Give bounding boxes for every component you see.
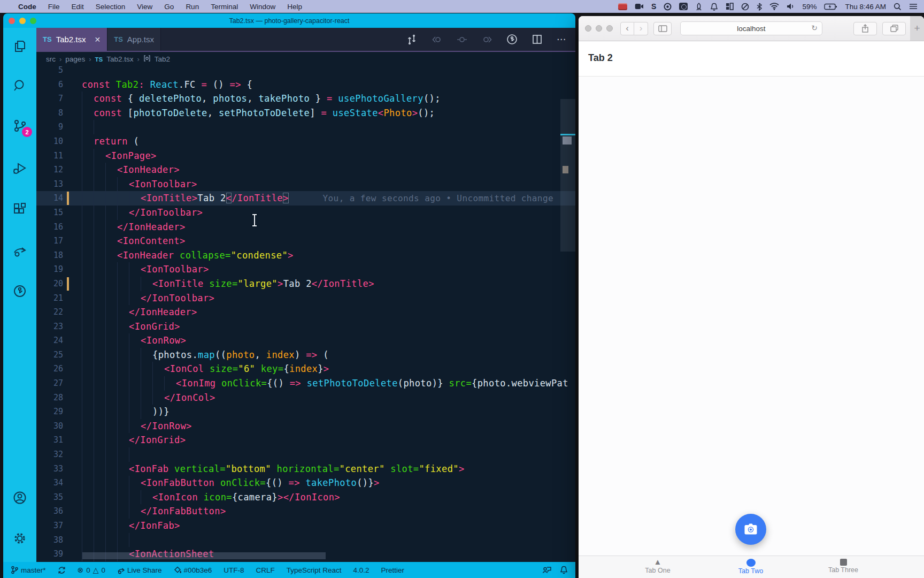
code-line-23[interactable]: 23<IonGrid> — [36, 320, 575, 334]
code-line-31[interactable]: 31</IonGrid> — [36, 433, 575, 447]
code-line-11[interactable]: 11<IonPage> — [36, 149, 575, 163]
menu-code[interactable]: Code — [18, 3, 36, 11]
bluetooth-icon[interactable] — [757, 2, 762, 11]
menu-file[interactable]: File — [48, 3, 60, 11]
nav-forward-icon[interactable] — [481, 34, 492, 45]
code-line-21[interactable]: 21</IonToolbar> — [36, 291, 575, 306]
tab-close-icon[interactable]: ✕ — [95, 35, 101, 44]
code-line-8[interactable]: 8const [photoToDelete, setPhotoToDelete]… — [36, 106, 575, 120]
eol-indicator[interactable]: CRLF — [256, 566, 274, 574]
menu-run[interactable]: Run — [186, 3, 199, 11]
share-icon[interactable] — [853, 22, 877, 35]
sidebar-toggle-icon[interactable] — [653, 22, 672, 35]
problems-indicator[interactable]: ⊗0 △0 — [78, 566, 106, 574]
menu-view[interactable]: View — [137, 3, 152, 11]
zoom-window-button[interactable] — [30, 18, 36, 24]
feedback-icon[interactable] — [542, 566, 551, 574]
gitlens-compare-icon[interactable] — [506, 34, 518, 45]
volume-icon[interactable] — [787, 2, 795, 11]
address-bar[interactable]: localhost ↻ — [680, 21, 822, 35]
control-center-icon[interactable] — [909, 2, 918, 11]
rocket-icon[interactable] — [695, 2, 703, 11]
tab-three-button[interactable]: Tab Three — [811, 558, 875, 574]
video-camera-icon[interactable] — [635, 2, 644, 11]
code-line-27[interactable]: 27<IonImg onClick={() => setPhotoToDelet… — [36, 376, 575, 391]
s-app-icon[interactable]: S — [651, 2, 656, 11]
code-line-35[interactable]: 35<IonIcon icon={camera}></IonIcon> — [36, 490, 575, 505]
code-line-6[interactable]: 6const Tab2: React.FC = () => { — [36, 78, 575, 92]
camera-fab-button[interactable] — [735, 514, 766, 545]
menu-go[interactable]: Go — [164, 3, 174, 11]
code-line-20[interactable]: 20<IonTitle size="large">Tab 2</IonTitle… — [36, 277, 575, 291]
code-line-26[interactable]: 26<IonCol size="6" key={index}> — [36, 362, 575, 376]
minimize-window-button[interactable] — [596, 25, 602, 32]
code-line-24[interactable]: 24<IonRow> — [36, 333, 575, 348]
split-editor-icon[interactable] — [532, 34, 543, 45]
settings-gear-icon[interactable] — [11, 530, 28, 547]
code-line-19[interactable]: 19<IonToolbar> — [36, 262, 575, 277]
menu-selection[interactable]: Selection — [96, 3, 126, 11]
tab-one-button[interactable]: ▲ Tab One — [626, 558, 690, 574]
code-line-9[interactable]: 9 — [36, 120, 575, 134]
code-line-38[interactable]: 38 — [36, 533, 575, 547]
menu-help[interactable]: Help — [287, 3, 302, 11]
gitlens-icon[interactable] — [11, 283, 28, 300]
open-changes-icon[interactable] — [406, 34, 417, 45]
zoom-window-button[interactable] — [606, 25, 613, 32]
code-line-12[interactable]: 12<IonHeader> — [36, 163, 575, 177]
spotlight-search-icon[interactable] — [894, 2, 902, 11]
nav-back-icon[interactable] — [431, 34, 442, 45]
wifi-icon[interactable] — [769, 2, 779, 11]
slash-circle-icon[interactable] — [741, 2, 749, 11]
forward-button[interactable]: › — [634, 22, 648, 35]
code-line-32[interactable]: 32 — [36, 447, 575, 462]
breadcrumb-pages[interactable]: pages — [65, 55, 85, 63]
code-line-16[interactable]: 16</IonHeader> — [36, 220, 575, 234]
code-line-18[interactable]: 18<IonHeader collapse="condense"> — [36, 248, 575, 263]
film-icon[interactable] — [618, 2, 627, 11]
vertical-scrollbar[interactable] — [560, 99, 575, 252]
formatter-indicator[interactable]: Prettier — [381, 566, 405, 574]
horizontal-scrollbar[interactable] — [82, 552, 326, 559]
run-debug-icon[interactable] — [11, 159, 28, 177]
menu-clock[interactable]: Thu 8:46 AM — [845, 3, 886, 11]
encoding-indicator[interactable]: UTF-8 — [224, 566, 244, 574]
tab-two-button[interactable]: Tab Two — [719, 558, 783, 575]
source-control-icon[interactable]: 2 — [11, 117, 28, 134]
code-line-25[interactable]: 25{photos.map((photo, index) => ( — [36, 348, 575, 362]
peacock-color-indicator[interactable]: #00b3e6 — [174, 566, 212, 574]
tab-app-tsx[interactable]: TS App.tsx — [107, 28, 161, 51]
layout-icon[interactable] — [726, 2, 734, 11]
breadcrumb-symbol[interactable]: Tab2 — [155, 55, 170, 63]
more-actions-icon[interactable]: ⋯ — [557, 34, 567, 45]
bell-icon[interactable] — [710, 2, 718, 11]
tab-overview-icon[interactable] — [882, 22, 906, 35]
ts-version-indicator[interactable]: 4.0.2 — [353, 566, 369, 574]
account-icon[interactable] — [11, 489, 28, 506]
tab-tab2-tsx[interactable]: TS Tab2.tsx ✕ — [36, 28, 107, 51]
live-share-icon[interactable] — [11, 242, 28, 259]
new-tab-button[interactable]: + — [910, 16, 924, 41]
close-window-button[interactable] — [585, 25, 591, 32]
code-line-34[interactable]: 34<IonFabButton onClick={() => takePhoto… — [36, 476, 575, 490]
sync-icon[interactable] — [58, 566, 66, 574]
code-line-29[interactable]: 29))} — [36, 405, 575, 419]
code-line-17[interactable]: 17<IonContent> — [36, 234, 575, 248]
code-editor[interactable]: 56const Tab2: React.FC = () => {7const {… — [36, 66, 575, 562]
menu-edit[interactable]: Edit — [72, 3, 84, 11]
close-window-button[interactable] — [9, 18, 15, 24]
code-line-37[interactable]: 37</IonFab> — [36, 519, 575, 533]
vscode-title-bar[interactable]: Tab2.tsx — photo-gallery-capacitor-react — [3, 13, 575, 28]
live-share-button[interactable]: Live Share — [117, 566, 162, 574]
menu-window[interactable]: Window — [250, 3, 275, 11]
code-line-36[interactable]: 36</IonFabButton> — [36, 504, 575, 519]
reload-icon[interactable]: ↻ — [811, 24, 818, 32]
menu-terminal[interactable]: Terminal — [211, 3, 238, 11]
minimize-window-button[interactable] — [19, 18, 26, 24]
camera-square-icon[interactable] — [679, 2, 688, 11]
code-line-14[interactable]: 14<IonTitle>Tab 2</IonTitle>You, a few s… — [36, 191, 575, 206]
extensions-icon[interactable] — [11, 201, 28, 218]
git-branch-indicator[interactable]: master* — [11, 566, 46, 574]
back-button[interactable]: ‹ — [620, 22, 634, 35]
code-line-30[interactable]: 30</IonRow> — [36, 419, 575, 434]
